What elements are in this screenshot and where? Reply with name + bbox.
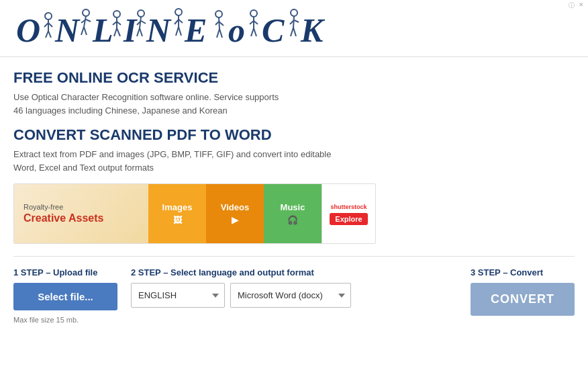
svg-line-47 [251, 28, 254, 36]
ad-images-label: Images [162, 202, 193, 212]
step2-controls: ENGLISH FRENCH GERMAN SPANISH CHINESE JA… [131, 283, 457, 308]
svg-line-34 [179, 27, 181, 36]
svg-point-8 [83, 9, 89, 16]
svg-line-20 [117, 28, 120, 36]
convert-button[interactable]: CONVERT [471, 283, 575, 316]
svg-line-55 [293, 28, 296, 36]
svg-line-6 [48, 31, 51, 38]
ad-videos-label: Videos [221, 202, 249, 212]
step2-block: 2 STEP – Select language and output form… [131, 267, 457, 308]
step3-block: 3 STEP – Convert CONVERT [471, 267, 575, 316]
svg-point-22 [138, 10, 144, 17]
svg-text:O: O [16, 11, 40, 48]
svg-line-40 [217, 29, 219, 38]
ad-shutterstock-block[interactable]: ⓘ ✕ shutterstock Explore [322, 184, 375, 243]
svg-line-27 [140, 28, 142, 36]
svg-line-51 [293, 16, 294, 28]
language-dropdown[interactable]: ENGLISH FRENCH GERMAN SPANISH CHINESE JA… [131, 283, 225, 308]
max-file-label: Max file size 15 mb. [13, 316, 117, 324]
select-file-button[interactable]: Select file... [13, 283, 117, 310]
explore-button[interactable]: Explore [330, 213, 367, 225]
convert-title: CONVERT SCANNED PDF TO WORD [13, 126, 575, 144]
svg-line-38 [215, 21, 219, 25]
ad-royalty-text: Royalty-free [23, 203, 139, 211]
site-logo: O N L [13, 7, 362, 48]
svg-point-15 [113, 11, 120, 17]
ad-music-label: Music [281, 202, 305, 212]
svg-line-19 [114, 28, 117, 36]
ad-music-tile[interactable]: Music 🎧 [264, 184, 322, 243]
svg-text:E: E [184, 11, 207, 48]
main-content: FREE ONLINE OCR SERVICE Use Optical Char… [0, 57, 588, 331]
svg-point-36 [215, 11, 222, 17]
svg-text:N: N [146, 11, 172, 48]
service-desc: Use Optical Character Recognition softwa… [13, 91, 575, 117]
convert-desc: Extract text from PDF and images (JPG, B… [13, 148, 575, 174]
svg-line-37 [219, 17, 219, 29]
svg-line-5 [46, 31, 48, 38]
ad-banner: Royalty-free Creative Assets Images 🖼 Vi… [13, 183, 376, 244]
svg-point-43 [250, 10, 257, 17]
svg-text:I: I [123, 11, 138, 48]
ad-videos-tile[interactable]: Videos ▶ [206, 184, 264, 243]
step3-label: 3 STEP – Convert [471, 267, 575, 277]
svg-text:C: C [262, 11, 285, 48]
ad-images-tile[interactable]: Images 🖼 [148, 184, 206, 243]
step1-block: 1 STEP – Upload file Select file... Max … [13, 267, 117, 324]
step2-label: 2 STEP – Select language and output form… [131, 267, 457, 277]
svg-line-12 [81, 27, 84, 35]
svg-line-13 [84, 27, 87, 35]
svg-text:L: L [92, 11, 113, 48]
svg-line-48 [254, 28, 256, 36]
svg-point-50 [291, 9, 297, 16]
svg-line-41 [219, 29, 222, 38]
svg-text:o: o [228, 11, 245, 48]
ad-creative-text: Creative Assets [23, 212, 139, 224]
ad-right: Images 🖼 Videos ▶ Music 🎧 ⓘ ✕ shuttersto… [148, 184, 375, 243]
steps-area: 1 STEP – Upload file Select file... Max … [13, 256, 575, 324]
step1-label: 1 STEP – Upload file [13, 267, 117, 277]
svg-line-53 [294, 20, 299, 22]
svg-line-33 [176, 27, 179, 36]
svg-text:N: N [54, 11, 81, 48]
ad-images-icon: 🖼 [173, 215, 182, 225]
logo-area: O N L [13, 7, 575, 51]
ad-music-icon: 🎧 [287, 215, 298, 225]
svg-line-54 [291, 28, 293, 36]
ad-left: Royalty-free Creative Assets [14, 184, 148, 243]
svg-line-25 [141, 21, 146, 24]
svg-line-26 [137, 28, 140, 36]
service-title: FREE ONLINE OCR SERVICE [13, 69, 575, 87]
format-dropdown[interactable]: Microsoft Word (docx) Microsoft Excel (x… [230, 283, 351, 308]
header: O N L [0, 0, 588, 57]
svg-point-29 [175, 9, 182, 15]
ad-videos-icon: ▶ [232, 215, 238, 225]
shutterstock-logo-text: shutterstock [330, 203, 366, 210]
svg-text:K: K [300, 11, 326, 48]
svg-point-1 [45, 13, 52, 19]
svg-line-11 [86, 19, 91, 21]
